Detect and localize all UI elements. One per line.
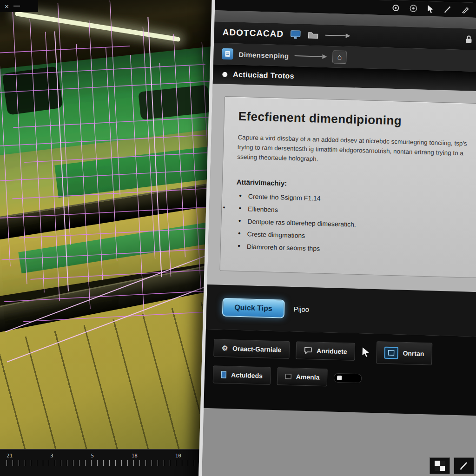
tool-button-ortho[interactable]: Onrtan bbox=[376, 341, 432, 365]
ruler-number: 5 bbox=[91, 453, 94, 459]
ruler-ticks bbox=[7, 460, 225, 466]
panel-icon bbox=[221, 371, 226, 378]
tool-button-label: Anriduete bbox=[317, 347, 347, 355]
chip-icon bbox=[285, 373, 291, 379]
list-item: Ellienbens bbox=[238, 205, 467, 219]
tool-button-create[interactable]: ⚙ Oraact-Garniale bbox=[213, 339, 290, 359]
toggle-switch[interactable] bbox=[334, 373, 362, 383]
bottom-toolbar: ⚙ Oraact-Garniale Anriduete Onrtan bbox=[204, 329, 476, 416]
toolbar-row-2: Actuldeds Amenla bbox=[213, 365, 476, 390]
cursor-icon[interactable] bbox=[361, 347, 370, 357]
ruler-number: 21 bbox=[7, 453, 13, 459]
window-icon bbox=[384, 346, 398, 359]
tool-button-autoloads[interactable]: Actuldeds bbox=[213, 365, 271, 384]
list-item: Creste dimgmations bbox=[238, 230, 466, 244]
toggle-knob bbox=[337, 376, 342, 380]
close-icon[interactable]: × bbox=[5, 3, 9, 10]
toolbar-row-1: ⚙ Oraact-Garniale Anriduete Onrtan bbox=[213, 337, 476, 366]
tutorial-subheading: Attärivimachiy: bbox=[237, 178, 468, 192]
checker-icon[interactable] bbox=[430, 457, 450, 474]
tutorial-content-area: Efecfienent dimendipioning Capure a vird… bbox=[207, 84, 476, 292]
tool-button-annotate[interactable]: Anriduete bbox=[296, 341, 355, 361]
list-item: Crente tho Ssignm F1.14 bbox=[239, 192, 468, 206]
ruler-number: 3 bbox=[50, 453, 53, 459]
minimize-icon[interactable] bbox=[13, 6, 20, 7]
tutorial-card: Efecfienent dimendipioning Capure a vird… bbox=[219, 96, 476, 278]
gear-icon: ⚙ bbox=[222, 344, 228, 351]
pen-icon[interactable] bbox=[443, 5, 452, 13]
ruler-number: 18 bbox=[132, 453, 138, 459]
tutorial-bar-title: Actiuciad Trotos bbox=[233, 70, 294, 80]
arrow-right-icon bbox=[325, 33, 350, 39]
tool-button-label: Oraact-Garniale bbox=[232, 344, 281, 353]
cursor-icon[interactable] bbox=[427, 5, 434, 13]
tutorial-heading: Efecfienent dimendipioning bbox=[238, 109, 470, 130]
quick-tips-caption: Pijoo bbox=[294, 305, 310, 313]
ruler-numbers: 21 3 5 18 10 40 bbox=[7, 453, 225, 459]
arrow-right-icon bbox=[294, 53, 327, 60]
home-icon[interactable]: ⌂ bbox=[332, 50, 347, 64]
document-icon[interactable] bbox=[222, 48, 233, 60]
pen-icon[interactable] bbox=[454, 457, 474, 474]
corner-tool-icons bbox=[430, 457, 474, 474]
bullet-dot-icon bbox=[222, 72, 227, 77]
quick-tips-section: Quick Tips Pijoo bbox=[206, 284, 476, 337]
knife-icon[interactable] bbox=[461, 6, 469, 14]
list-item: Diamroreh or seoms thps bbox=[238, 243, 466, 257]
monitor-icon[interactable] bbox=[290, 30, 302, 40]
tutorial-panel-window: ADOTCACAD Dimensenping ⌂ bbox=[198, 0, 476, 476]
folder-icon[interactable] bbox=[308, 31, 319, 40]
tool-button-label: Amenla bbox=[296, 373, 320, 381]
gear-icon[interactable] bbox=[391, 4, 400, 12]
chat-icon bbox=[304, 347, 312, 354]
tutorial-bullet-list: Crente tho Ssignm F1.14 Ellienbens Dentp… bbox=[238, 192, 468, 257]
tool-button-amenla[interactable]: Amenla bbox=[277, 367, 328, 386]
tool-button-label: Onrtan bbox=[403, 350, 424, 357]
mini-titlebar: × bbox=[0, 0, 38, 12]
app-title: ADOTCACAD bbox=[222, 27, 284, 40]
lock-icon[interactable] bbox=[465, 35, 472, 43]
tutorial-paragraph: Capure a vird dissbay of a an added odse… bbox=[237, 133, 469, 169]
quick-tips-button[interactable]: Quick Tips bbox=[222, 298, 285, 318]
breadcrumb-label[interactable]: Dimensenping bbox=[238, 50, 289, 60]
list-item: Dentpote ras oltterehep dimeseratich. bbox=[238, 218, 467, 231]
target-icon[interactable] bbox=[409, 4, 417, 13]
ruler-number: 10 bbox=[175, 453, 181, 459]
tool-button-label: Actuldeds bbox=[231, 371, 263, 379]
